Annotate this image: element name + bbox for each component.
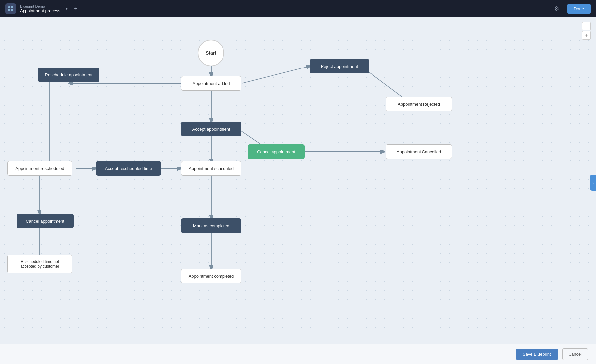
appointment-rejected-node[interactable]: Appointment Rejected bbox=[386, 97, 452, 111]
appointment-cancelled-node[interactable]: Appointment Cancelled bbox=[386, 144, 452, 159]
connector-layer bbox=[0, 17, 596, 348]
reschedule-appointment-node[interactable]: Reschedule appointment bbox=[38, 68, 99, 82]
rescheduled-not-accepted-node[interactable]: Rescheduled time not accepted by custome… bbox=[7, 255, 72, 273]
blueprint-canvas: Start Appointment added Reject appointme… bbox=[0, 17, 596, 348]
appointment-scheduled-node[interactable]: Appointment scheduled bbox=[181, 161, 241, 176]
reject-appointment-node[interactable]: Reject appointment bbox=[310, 59, 369, 73]
accept-rescheduled-time-node[interactable]: Accept rescheduled time bbox=[96, 161, 161, 176]
chevron-down-icon[interactable]: ▾ bbox=[66, 6, 68, 11]
app-icon bbox=[5, 3, 16, 14]
appointment-rescheduled-node[interactable]: Appointment rescheduled bbox=[7, 161, 72, 176]
cancel-button[interactable]: Cancel bbox=[562, 348, 588, 360]
settings-icon[interactable]: ⚙ bbox=[554, 5, 559, 12]
svg-rect-1 bbox=[11, 6, 13, 8]
zoom-in-button[interactable]: + bbox=[582, 31, 591, 40]
header-process-label: Appointment process bbox=[20, 8, 60, 13]
add-process-button[interactable]: + bbox=[74, 5, 78, 12]
svg-rect-3 bbox=[11, 9, 13, 11]
appointment-completed-node[interactable]: Appointment completed bbox=[181, 269, 241, 283]
save-blueprint-button[interactable]: Save Blueprint bbox=[516, 349, 558, 360]
header: Blueprint Demo Appointment process ▾ + ⚙… bbox=[0, 0, 596, 17]
footer: Save Blueprint Cancel bbox=[0, 344, 596, 364]
zoom-controls: − + bbox=[582, 22, 591, 40]
cancel-appointment-upper-node[interactable]: Cancel appointment bbox=[248, 144, 305, 159]
cancel-appointment-lower-node[interactable]: Cancel appointment bbox=[17, 214, 74, 228]
appointment-added-node[interactable]: Appointment added bbox=[181, 76, 241, 91]
side-panel-handle[interactable]: ‹ bbox=[590, 175, 596, 191]
start-node[interactable]: Start bbox=[198, 40, 224, 66]
header-titles: Blueprint Demo Appointment process bbox=[20, 4, 60, 13]
done-button[interactable]: Done bbox=[567, 4, 591, 14]
svg-line-6 bbox=[242, 66, 310, 83]
mark-as-completed-node[interactable]: Mark as completed bbox=[181, 218, 241, 233]
accept-appointment-node[interactable]: Accept appointment bbox=[181, 122, 241, 136]
svg-rect-0 bbox=[8, 6, 10, 8]
header-app-label: Blueprint Demo bbox=[20, 4, 60, 8]
zoom-out-button[interactable]: − bbox=[582, 22, 591, 30]
svg-rect-2 bbox=[8, 9, 10, 11]
